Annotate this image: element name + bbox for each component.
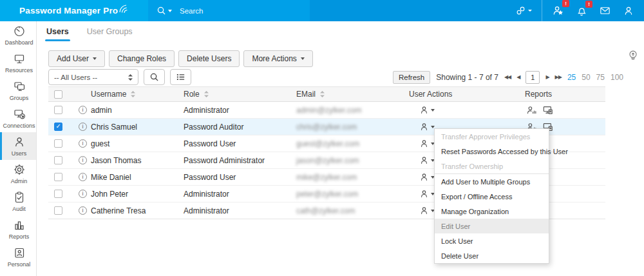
- account-icon[interactable]: [623, 5, 634, 17]
- delete-users-button[interactable]: Delete Users: [178, 50, 240, 67]
- reports-icon: [13, 219, 26, 232]
- filter-selected-value: -- All Users --: [54, 74, 97, 81]
- next-page-icon[interactable]: ▶: [545, 75, 549, 80]
- menu-item-export-offline-access[interactable]: Export / Offline Access: [435, 189, 549, 204]
- row-checkbox[interactable]: [54, 106, 62, 114]
- sort-icon: [204, 90, 209, 98]
- email-cell: chris@zylker.com: [296, 123, 357, 132]
- menu-item-lock-user[interactable]: Lock User: [435, 233, 549, 248]
- password-reset-link-icon[interactable]: [515, 5, 532, 16]
- header-divider: [542, 0, 542, 21]
- column-header-email[interactable]: EMail: [296, 90, 409, 99]
- page-size-50[interactable]: 50: [582, 73, 590, 82]
- sidebar-label: Audit: [12, 206, 26, 212]
- menu-item-transfer-ownership: Transfer Ownership: [435, 159, 549, 173]
- select-all-checkbox[interactable]: [54, 90, 62, 99]
- sidebar-item-personal[interactable]: Personal: [0, 243, 36, 271]
- user-info-icon[interactable]: [79, 190, 87, 198]
- table-row[interactable]: admin Administrator admin@zylker.com: [48, 102, 605, 119]
- email-cell: admin@zylker.com: [296, 106, 362, 115]
- sort-icon: [130, 90, 136, 98]
- column-header-username[interactable]: Username: [70, 90, 184, 99]
- search-button[interactable]: [144, 69, 165, 85]
- user-info-icon[interactable]: [79, 106, 87, 114]
- row-checkbox[interactable]: [54, 139, 62, 148]
- users-icon: [13, 135, 26, 148]
- pagination: Refresh Showing 1 - 7 of 7 ◀◀ ◀ 1 ▶ ▶▶ 2…: [393, 71, 623, 84]
- add-user-button[interactable]: Add User: [48, 50, 105, 67]
- page-size-100[interactable]: 100: [611, 73, 623, 82]
- sidebar-item-reports[interactable]: Reports: [0, 215, 36, 243]
- user-actions-context-menu: Transfer Approver Privileges Reset Passw…: [434, 128, 549, 264]
- sidebar-item-audit[interactable]: Audit: [0, 188, 36, 215]
- page-number-input[interactable]: 1: [526, 71, 540, 84]
- sidebar-item-users[interactable]: Users: [0, 132, 36, 160]
- username-cell: Mike Daniel: [91, 173, 131, 182]
- last-page-icon[interactable]: ▶▶: [555, 75, 562, 80]
- approvals-icon[interactable]: !: [552, 5, 564, 17]
- role-cell: Password Administrator: [184, 156, 296, 165]
- row-checkbox[interactable]: [54, 123, 62, 131]
- change-roles-button[interactable]: Change Roles: [109, 50, 175, 67]
- sidebar-item-groups[interactable]: Groups: [0, 77, 36, 104]
- refresh-button[interactable]: Refresh: [393, 71, 430, 84]
- email-cell: guest@zylker.com: [296, 139, 359, 148]
- column-chooser-button[interactable]: [170, 69, 191, 85]
- page-size-75[interactable]: 75: [596, 73, 605, 82]
- menu-item-edit-user[interactable]: Edit User: [435, 219, 549, 233]
- tab-user-groups[interactable]: User Groups: [86, 23, 134, 42]
- row-checkbox[interactable]: [54, 190, 62, 198]
- groups-icon: [13, 80, 26, 93]
- sidebar-item-dashboard[interactable]: Dashboard: [0, 21, 36, 49]
- menu-item-transfer-approver-privileges: Transfer Approver Privileges: [435, 129, 549, 144]
- role-cell: Password Auditor: [184, 123, 296, 132]
- sidebar-item-admin[interactable]: Admin: [0, 160, 36, 188]
- sort-icon: [319, 90, 325, 98]
- personal-icon: [13, 246, 26, 259]
- more-actions-button[interactable]: More Actions: [243, 50, 312, 67]
- email-cell: mike@zylker.com: [296, 173, 357, 182]
- user-report-icon[interactable]: [526, 105, 537, 115]
- user-info-icon[interactable]: [79, 173, 87, 181]
- search-icon: [156, 6, 172, 15]
- search-scope-caret-icon[interactable]: [168, 10, 172, 12]
- column-header-reports: Reports: [525, 90, 605, 99]
- sidebar-label: Users: [12, 150, 27, 157]
- row-checkbox[interactable]: [54, 156, 62, 164]
- user-info-icon[interactable]: [79, 123, 87, 131]
- menu-item-add-user-to-multiple-groups[interactable]: Add User to Multiple Groups: [435, 173, 549, 189]
- page-size-25[interactable]: 25: [567, 73, 576, 82]
- column-header-user-actions: User Actions: [409, 90, 525, 99]
- app-title: Password Manager Pro: [19, 6, 118, 15]
- menu-item-reset-passwords[interactable]: Reset Passwords Accessed by this User: [435, 144, 549, 159]
- lightbulb-tip-icon[interactable]: [627, 49, 639, 62]
- username-cell: Chris Samuel: [91, 123, 137, 132]
- row-checkbox[interactable]: [54, 206, 62, 215]
- user-action-icon: [419, 139, 429, 148]
- notifications-badge: !: [585, 1, 592, 8]
- sidebar-label: Resources: [5, 67, 33, 74]
- menu-item-delete-user[interactable]: Delete User: [435, 248, 549, 263]
- audit-icon: [13, 191, 26, 204]
- tab-users[interactable]: Users: [45, 23, 70, 42]
- search-icon: [149, 72, 159, 82]
- notifications-icon[interactable]: !: [576, 5, 587, 17]
- sidebar-label: Personal: [8, 261, 31, 268]
- prev-page-icon[interactable]: ◀: [516, 75, 520, 80]
- user-filter-select[interactable]: -- All Users --: [48, 69, 138, 85]
- user-info-icon[interactable]: [79, 139, 87, 148]
- first-page-icon[interactable]: ◀◀: [504, 75, 511, 80]
- sidebar-item-resources[interactable]: Resources: [0, 49, 36, 77]
- column-header-role[interactable]: Role: [184, 90, 296, 99]
- user-actions-menu-button[interactable]: [409, 105, 525, 115]
- global-search-input[interactable]: Search: [148, 0, 310, 21]
- logo-arcs-icon: [118, 4, 129, 14]
- user-info-icon[interactable]: [79, 156, 87, 164]
- username-cell: Catherine Tresa: [91, 206, 146, 215]
- row-checkbox[interactable]: [54, 173, 62, 181]
- mail-icon[interactable]: [599, 5, 611, 17]
- sidebar-item-connections[interactable]: Connections: [0, 104, 36, 132]
- menu-item-manage-organization[interactable]: Manage Organization: [435, 204, 549, 219]
- resource-report-icon[interactable]: [542, 105, 554, 115]
- user-info-icon[interactable]: [79, 206, 87, 215]
